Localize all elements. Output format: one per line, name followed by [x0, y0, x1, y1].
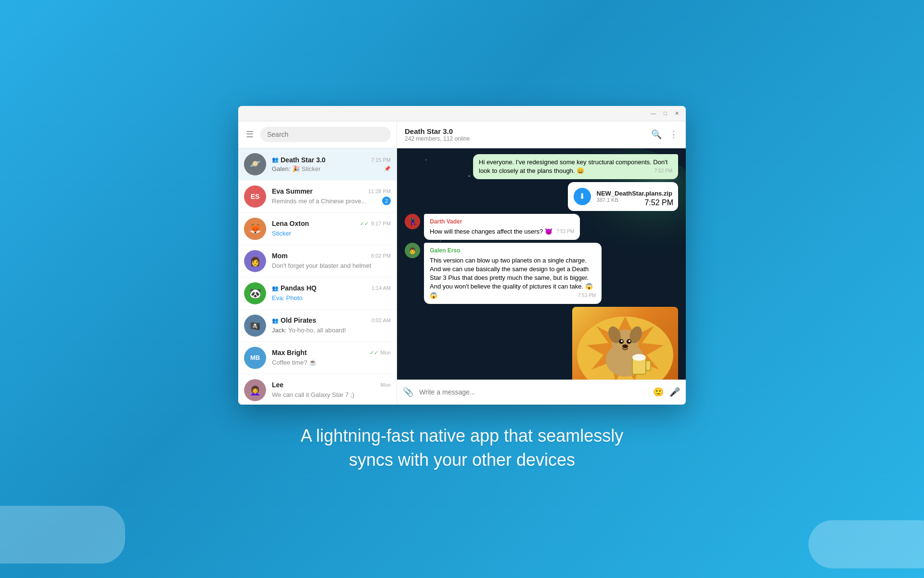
avatar-deathstar: 🪐 [244, 153, 266, 175]
chat-name-pirates: 👥 Old Pirates [272, 316, 316, 324]
chat-preview-deathstar: Galen: 🎉 Sticker [272, 165, 321, 172]
bottom-tagline: A lightning-fast native app that seamles… [301, 424, 623, 473]
chat-area: Death Star 3.0 242 members, 112 online 🔍… [397, 121, 686, 405]
emoji-icon[interactable]: 🙂 [653, 387, 664, 397]
chat-top-pirates: 👥 Old Pirates 0:02 AM [272, 316, 391, 324]
message-group-4: 👨 Galen Erso This version can blow up tw… [405, 243, 678, 304]
svg-text:🐼: 🐼 [249, 288, 261, 299]
file-name: NEW_DeathStar.plans.zip [597, 190, 672, 197]
chat-header-actions: 🔍 ⋮ [651, 129, 678, 140]
svg-text:👨: 👨 [409, 247, 417, 255]
svg-point-37 [629, 340, 630, 342]
message-group-3: 🦹 Darth Vader How will these changes aff… [405, 214, 678, 240]
tagline-line1: A lightning-fast native app that seamles… [301, 426, 623, 446]
cloud-right-decoration [808, 520, 924, 568]
message-time-3: 7:53 PM [556, 228, 574, 235]
title-bar: — □ ✕ [238, 106, 686, 121]
tagline-line2: syncs with your other devices [349, 450, 575, 470]
svg-text:👩: 👩 [250, 256, 261, 267]
chat-top-lee: Lee Mon [272, 381, 391, 389]
svg-text:🏴‍☠️: 🏴‍☠️ [250, 321, 261, 331]
chat-time-pandas: 1:14 AM [372, 285, 391, 291]
chat-item-maxbright[interactable]: MB Max Bright ✓✓ Mon Coffee time? ☕ [238, 342, 397, 374]
message-sender-4: Galen Erso [430, 247, 596, 255]
chat-list: 🪐 👥 Death Star 3.0 7:15 PM [238, 148, 397, 405]
chat-preview-maxbright: Coffee time? ☕ [272, 359, 317, 366]
microphone-icon[interactable]: 🎤 [669, 387, 680, 397]
chat-name-lena: Lena Oxton [272, 220, 309, 227]
svg-point-41 [632, 354, 646, 361]
message-time-1: 7:52 PM [654, 168, 672, 174]
chat-name-lee: Lee [272, 381, 283, 389]
chat-item-eva[interactable]: ES Eva Summer 11:28 PM Reminds me of a C… [238, 181, 397, 213]
chat-item-mom[interactable]: 👩 Mom 8:02 PM Don't forget your blaster … [238, 245, 397, 277]
svg-text:🦊: 🦊 [249, 223, 261, 235]
svg-point-36 [621, 340, 623, 342]
badge-eva: 2 [382, 197, 391, 205]
menu-icon[interactable]: ☰ [244, 127, 256, 142]
chat-item-pirates[interactable]: 🏴‍☠️ 👥 Old Pirates 0:02 AM Jack: Yo-ho-h… [238, 310, 397, 342]
close-button[interactable]: ✕ [673, 109, 681, 118]
chat-info-lena: Lena Oxton ✓✓ 9:17 PM Sticker [272, 220, 391, 237]
svg-text:🦹: 🦹 [409, 218, 417, 226]
maximize-button[interactable]: □ [662, 109, 669, 117]
group-icon-pandas: 👥 [272, 285, 279, 291]
chat-name-pandas: 👥 Pandas HQ [272, 284, 317, 292]
message-text-1: Hi everyone. I've redesigned some key st… [479, 158, 667, 174]
sticker-image [572, 307, 678, 380]
chat-preview-lena: Sticker [272, 230, 291, 237]
chat-info-maxbright: Max Bright ✓✓ Mon Coffee time? ☕ [272, 349, 391, 367]
avatar-maxbright: MB [244, 347, 266, 369]
chat-info-deathstar: 👥 Death Star 3.0 7:15 PM Galen: 🎉 Sticke… [272, 156, 391, 172]
chat-item-pandas[interactable]: 🐼 👥 Pandas HQ 1:14 AM Eva: Photo [238, 277, 397, 310]
chat-item-deathstar[interactable]: 🪐 👥 Death Star 3.0 7:15 PM [238, 148, 397, 181]
chat-preview-mom: Don't forget your blaster and helmet [272, 262, 371, 269]
avatar-galenerso: 👨 [405, 243, 420, 258]
chat-name-mom: Mom [272, 252, 288, 260]
chat-top-deathstar: 👥 Death Star 3.0 7:15 PM [272, 156, 391, 164]
avatar-pandas: 🐼 [244, 282, 266, 304]
chat-preview-lee: We can call it Galaxy Star 7 ;) [272, 391, 354, 398]
chat-time-maxbright: Mon [381, 350, 391, 355]
message-bubble-1: Hi everyone. I've redesigned some key st… [473, 154, 678, 179]
chat-time-deathstar: 7:15 PM [371, 157, 391, 163]
chat-time-eva: 11:28 PM [368, 188, 391, 194]
avatar-darthvader: 🦹 [405, 214, 420, 229]
chat-subtitle: 242 members, 112 online [405, 135, 470, 142]
search-input[interactable] [260, 127, 391, 142]
chat-item-lee[interactable]: 👩‍🦱 Lee Mon We can call it Galaxy Star 7… [238, 374, 397, 405]
chat-time-mom: 8:02 PM [371, 253, 391, 259]
messages-area: Hi everyone. I've redesigned some key st… [397, 148, 686, 380]
check-icon-lena: ✓✓ [360, 221, 369, 227]
more-options-icon[interactable]: ⋮ [669, 129, 678, 140]
file-download-icon[interactable]: ⬇ [574, 188, 591, 205]
chat-preview-pirates: Jack: Yo-ho-ho, all aboard! [272, 327, 346, 334]
window-controls: — □ ✕ [649, 109, 681, 118]
chat-top-eva: Eva Summer 11:28 PM [272, 187, 391, 195]
attach-icon[interactable]: 📎 [403, 387, 413, 397]
chat-top-mom: Mom 8:02 PM [272, 252, 391, 260]
message-input[interactable] [419, 388, 647, 396]
chat-info-pirates: 👥 Old Pirates 0:02 AM Jack: Yo-ho-ho, al… [272, 316, 391, 334]
chat-top-maxbright: Max Bright ✓✓ Mon [272, 349, 391, 356]
chat-name-deathstar: 👥 Death Star 3.0 [272, 156, 325, 164]
chat-time-lee: Mon [381, 382, 391, 388]
chat-info-lee: Lee Mon We can call it Galaxy Star 7 ;) [272, 381, 391, 399]
message-bubble-3: Darth Vader How will these changes affec… [424, 214, 580, 240]
messages-container: Hi everyone. I've redesigned some key st… [405, 154, 678, 380]
cloud-left-decoration [0, 506, 125, 564]
chat-item-lena[interactable]: 🦊 Lena Oxton ✓✓ 9:17 PM Sticker [238, 213, 397, 245]
avatar-lena: 🦊 [244, 218, 266, 240]
message-file-2: ⬇ NEW_DeathStar.plans.zip 387.1 KB 7:52 … [568, 182, 678, 211]
chat-preview-eva: Reminds me of a Chinese prove... [272, 197, 367, 205]
chat-info-pandas: 👥 Pandas HQ 1:14 AM Eva: Photo [272, 284, 391, 302]
chat-name-maxbright: Max Bright [272, 349, 307, 356]
message-sender-3: Darth Vader [430, 218, 574, 226]
minimize-button[interactable]: — [649, 109, 658, 117]
chat-preview-pandas: Eva: Photo [272, 294, 303, 302]
sidebar: ☰ 🪐 👥 [238, 121, 397, 405]
search-chat-icon[interactable]: 🔍 [651, 129, 662, 140]
message-bubble-4: Galen Erso This version can blow up two … [424, 243, 602, 304]
svg-text:👩‍🦱: 👩‍🦱 [250, 385, 261, 396]
chat-info-mom: Mom 8:02 PM Don't forget your blaster an… [272, 252, 391, 270]
